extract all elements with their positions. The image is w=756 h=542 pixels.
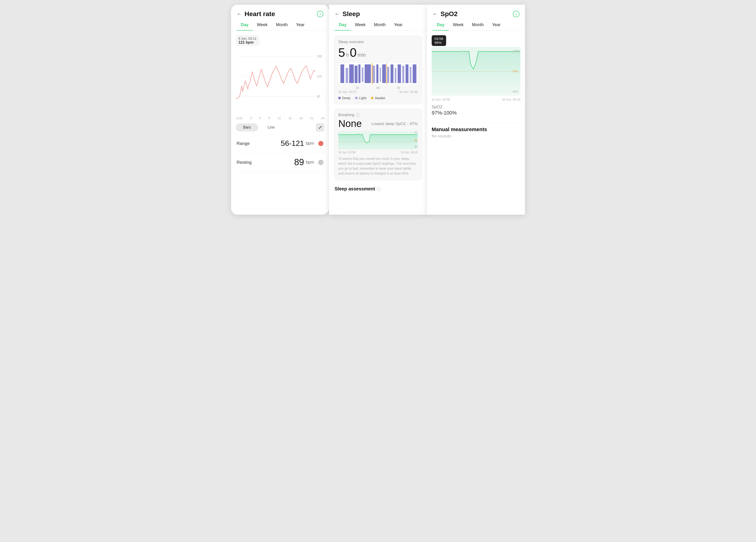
tab-sleep-month[interactable]: Month: [370, 20, 390, 31]
svg-text:90%: 90%: [414, 139, 418, 142]
sleep-date-labels: 10 Jun, 03:37 10 Jun, 08:36: [338, 90, 418, 94]
legend-deep-dot: [338, 97, 341, 99]
heartrate-back-button[interactable]: ←: [237, 11, 242, 17]
breathing-chart-labels: 10 Jun, 03:58 10 Jun, 08:16: [338, 151, 418, 154]
sleep-bar-chart: [338, 63, 418, 84]
breathing-note: *It seems that you moved too much in you…: [338, 156, 418, 176]
range-dot: [318, 141, 323, 146]
breathing-main: None Lowest sleep SpO2：97%: [338, 118, 418, 129]
svg-text:60: 60: [317, 94, 320, 98]
sleep-title: Sleep: [343, 10, 421, 18]
spo2-stats: SpO2 97%-100%: [432, 104, 520, 123]
legend-awake-label: Awake: [375, 96, 385, 100]
spo2-stat-value: 97%-100%: [432, 110, 520, 116]
range-unit: bpm: [306, 141, 314, 146]
heartrate-tooltip-date: 9 Jun, 03:11: [238, 37, 256, 40]
heartrate-title: Heart rate: [245, 10, 314, 18]
tab-sleep-day[interactable]: Day: [335, 20, 351, 31]
sleep-overview-card: Sleep overview 5 h 0 min: [334, 35, 422, 105]
sleep-legend: Deep Light Awake: [338, 96, 418, 100]
tab-spo2-week[interactable]: Week: [449, 20, 468, 31]
svg-text:80%: 80%: [513, 90, 518, 93]
bars-toggle-button[interactable]: Bars: [236, 123, 258, 131]
resting-value: 89: [294, 157, 304, 167]
sleep-start-date: 10 Jun, 03:37: [338, 90, 357, 94]
tab-spo2-year[interactable]: Year: [488, 20, 505, 31]
svg-text:120: 120: [317, 74, 322, 78]
tab-heartrate-day[interactable]: Day: [237, 20, 253, 31]
breathing-value: None: [338, 118, 362, 129]
sleep-h-label: h: [346, 52, 349, 58]
svg-rect-11: [362, 67, 363, 82]
svg-rect-10: [358, 64, 361, 83]
chart-toggle-group: Bars Line ⤢: [236, 123, 324, 132]
svg-text:90%: 90%: [513, 70, 518, 73]
legend-light: Light: [355, 96, 367, 100]
range-value: 56-121: [281, 139, 304, 148]
resting-unit: bpm: [306, 160, 314, 165]
legend-light-dot: [355, 97, 357, 99]
sleep-back-button[interactable]: ←: [335, 11, 340, 17]
spo2-back-button[interactable]: ←: [433, 11, 438, 17]
range-label: Range: [237, 141, 250, 146]
breathing-card: Breathing i None Lowest sleep SpO2：97%: [334, 108, 422, 181]
svg-rect-15: [380, 67, 381, 82]
svg-rect-25: [372, 63, 373, 84]
breathing-chart-svg: 100% 90% 80%: [338, 131, 418, 150]
sleep-card: ← Sleep Day Week Month Year Sleep overvi…: [329, 5, 427, 215]
sleep-assessment-info-icon: i: [376, 187, 381, 191]
svg-rect-23: [410, 67, 411, 83]
svg-rect-19: [395, 68, 396, 83]
sleep-content: Sleep overview 5 h 0 min: [329, 32, 427, 196]
tab-heartrate-week[interactable]: Week: [253, 20, 272, 31]
sleep-end-date: 10 Jun, 08:36: [399, 90, 418, 94]
line-toggle-button[interactable]: Line: [260, 123, 282, 131]
tab-spo2-month[interactable]: Month: [468, 20, 488, 31]
spo2-card: ← SpO2 i Day Week Month Year 03:58 99%: [427, 5, 525, 215]
heartrate-info-button[interactable]: i: [317, 11, 323, 17]
tab-heartrate-year[interactable]: Year: [292, 20, 309, 31]
sleep-chart-svg: [338, 63, 418, 84]
legend-awake-dot: [371, 97, 373, 99]
spo2-start-date: 10 Jun, 03:58: [432, 98, 450, 101]
breathing-header: Breathing i: [338, 113, 418, 117]
svg-text:80%: 80%: [414, 145, 418, 148]
resting-dot: [318, 160, 323, 165]
breathing-info-icon: i: [356, 113, 360, 117]
tab-heartrate-month[interactable]: Month: [272, 20, 292, 31]
sleep-time-labels: 04 06 08: [338, 86, 418, 90]
svg-rect-24: [413, 64, 417, 83]
expand-chart-button[interactable]: ⤢: [316, 123, 324, 132]
heartrate-tooltip: 9 Jun, 03:11 121 bpm: [236, 35, 259, 46]
heartrate-chart: 180 120 60: [236, 49, 324, 114]
manual-measurements-title: Manual measurements: [432, 126, 520, 133]
svg-text:180: 180: [317, 54, 322, 58]
tab-spo2-day[interactable]: Day: [433, 20, 449, 31]
svg-rect-7: [346, 68, 348, 83]
svg-rect-8: [349, 64, 354, 83]
spo2-title: SpO2: [441, 10, 510, 18]
tab-sleep-year[interactable]: Year: [390, 20, 407, 31]
legend-deep: Deep: [338, 96, 350, 100]
info-icon: i: [357, 113, 358, 117]
spo2-info-button[interactable]: i: [513, 11, 519, 17]
spo2-header: ← SpO2 i: [427, 5, 525, 20]
manual-measurements-section: Manual measurements No records: [432, 123, 520, 142]
sleep-min-label: min: [357, 52, 366, 58]
no-records-text: No records: [432, 134, 520, 139]
svg-rect-9: [355, 66, 358, 83]
heartrate-tooltip-value: 121 bpm: [238, 40, 256, 45]
svg-rect-12: [365, 64, 371, 83]
spo2-stat-label: SpO2: [432, 105, 520, 109]
breathing-title: Breathing: [338, 113, 354, 117]
tab-sleep-week[interactable]: Week: [351, 20, 370, 31]
svg-rect-18: [391, 64, 394, 83]
spo2-main-chart: 100% 90% 80%: [432, 47, 520, 96]
sleep-assessment-header: Sleep assessment i: [335, 186, 421, 192]
spo2-end-date: 10 Jun, 08:15: [502, 98, 520, 101]
spo2-tooltip: 03:58 99%: [432, 35, 446, 46]
heartrate-chart-svg: 180 120 60: [236, 49, 324, 114]
sleep-overview-label: Sleep overview: [338, 40, 418, 44]
heartrate-x-labels: 9,00 3 6 9 12 15 18 21 24: [236, 116, 324, 120]
resting-label: Resting: [237, 160, 252, 165]
